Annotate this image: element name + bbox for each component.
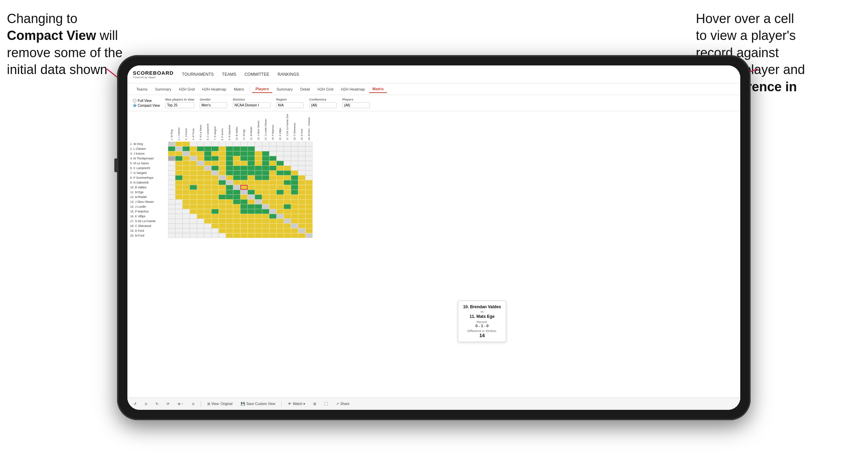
cell-8-4[interactable] [190, 175, 197, 180]
cell-12-16[interactable] [276, 195, 284, 199]
cell-18-6[interactable] [204, 224, 211, 228]
cell-7-16[interactable] [276, 170, 284, 175]
cell-8-2[interactable] [175, 175, 182, 180]
cell-3-8[interactable] [219, 151, 226, 156]
cell-9-9[interactable] [226, 180, 233, 185]
cell-4-12[interactable] [248, 156, 255, 161]
cell-19-8[interactable] [219, 228, 226, 233]
cell-18-7[interactable] [211, 224, 219, 228]
cell-2-14[interactable] [262, 146, 269, 151]
max-players-select[interactable]: Top 25 [165, 102, 194, 108]
cell-4-15[interactable] [269, 156, 276, 161]
cell-19-2[interactable] [175, 228, 182, 233]
cell-9-20[interactable] [305, 180, 313, 185]
cell-8-12[interactable] [248, 175, 255, 180]
cell-19-3[interactable] [182, 228, 190, 233]
cell-13-14[interactable] [262, 199, 269, 204]
cell-12-18[interactable] [291, 195, 298, 199]
cell-17-2[interactable] [175, 219, 182, 224]
cell-15-19[interactable] [298, 209, 305, 214]
cell-6-13[interactable] [255, 166, 262, 170]
cell-9-1[interactable] [168, 180, 175, 185]
cell-18-20[interactable] [305, 224, 313, 228]
cell-14-14[interactable] [262, 204, 269, 209]
cell-12-1[interactable] [168, 195, 175, 199]
cell-11-15[interactable] [269, 190, 276, 195]
cell-3-2[interactable] [175, 151, 182, 156]
cell-10-8[interactable] [219, 185, 226, 190]
cell-9-3[interactable] [182, 180, 190, 185]
cell-3-13[interactable] [255, 151, 262, 156]
cell-19-12[interactable] [248, 228, 255, 233]
cell-14-12[interactable] [248, 204, 255, 209]
cell-13-20[interactable] [305, 199, 313, 204]
cell-11-17[interactable] [284, 190, 291, 195]
cell-6-10[interactable] [233, 166, 240, 170]
cell-5-2[interactable] [175, 161, 182, 166]
cell-15-14[interactable] [262, 209, 269, 214]
cell-16-12[interactable] [248, 214, 255, 219]
cell-16-15[interactable] [269, 214, 276, 219]
cell-13-7[interactable] [211, 199, 219, 204]
cell-17-16[interactable] [276, 219, 284, 224]
cell-13-3[interactable] [182, 199, 190, 204]
cell-13-13[interactable] [255, 199, 262, 204]
cell-14-18[interactable] [291, 204, 298, 209]
cell-11-20[interactable] [305, 190, 313, 195]
cell-13-5[interactable] [197, 199, 204, 204]
cell-13-18[interactable] [291, 199, 298, 204]
cell-6-12[interactable] [248, 166, 255, 170]
cell-8-20[interactable] [305, 175, 313, 180]
cell-19-9[interactable] [226, 228, 233, 233]
cell-6-18[interactable] [291, 166, 298, 170]
cell-4-3[interactable] [182, 156, 190, 161]
cell-20-8[interactable] [219, 233, 226, 238]
cell-2-8[interactable] [219, 146, 226, 151]
cell-13-17[interactable] [284, 199, 291, 204]
cell-14-1[interactable] [168, 204, 175, 209]
cell-9-8[interactable] [219, 180, 226, 185]
cell-18-9[interactable] [226, 224, 233, 228]
cell-7-11[interactable] [240, 170, 248, 175]
cell-1-14[interactable] [262, 142, 269, 146]
cell-18-19[interactable] [298, 224, 305, 228]
full-view-option[interactable]: Full View [133, 99, 160, 103]
cell-13-9[interactable] [226, 199, 233, 204]
cell-5-5[interactable] [197, 161, 204, 166]
cell-2-15[interactable] [269, 146, 276, 151]
cell-18-1[interactable] [168, 224, 175, 228]
cell-7-9[interactable] [226, 170, 233, 175]
cell-1-10[interactable] [233, 142, 240, 146]
cell-11-5[interactable] [197, 190, 204, 195]
cell-15-5[interactable] [197, 209, 204, 214]
cell-9-2[interactable] [175, 180, 182, 185]
cell-20-1[interactable] [168, 233, 175, 238]
cell-20-10[interactable] [233, 233, 240, 238]
tab-detail[interactable]: Detail [297, 86, 313, 93]
cell-13-1[interactable] [168, 199, 175, 204]
cell-7-2[interactable] [175, 170, 182, 175]
cell-8-19[interactable] [298, 175, 305, 180]
cell-6-20[interactable] [305, 166, 313, 170]
cell-20-11[interactable] [240, 233, 248, 238]
tab-h2h-grid-right[interactable]: H2H Grid [314, 86, 337, 93]
watch-button[interactable]: 👁 Watch ▾ [286, 401, 307, 407]
cell-12-15[interactable] [269, 195, 276, 199]
cell-5-12[interactable] [248, 161, 255, 166]
cell-4-8[interactable] [219, 156, 226, 161]
cell-1-19[interactable] [298, 142, 305, 146]
cell-20-14[interactable] [262, 233, 269, 238]
cell-18-11[interactable] [240, 224, 248, 228]
cell-17-18[interactable] [291, 219, 298, 224]
cell-15-13[interactable] [255, 209, 262, 214]
cell-9-7[interactable] [211, 180, 219, 185]
save-custom-button[interactable]: 💾 Save Custom View [239, 401, 277, 407]
cell-9-17[interactable] [284, 180, 291, 185]
cell-16-19[interactable] [298, 214, 305, 219]
cell-19-19[interactable] [298, 228, 305, 233]
cell-17-13[interactable] [255, 219, 262, 224]
cell-5-4[interactable] [190, 161, 197, 166]
cell-9-4[interactable] [190, 180, 197, 185]
cell-17-20[interactable] [305, 219, 313, 224]
cell-17-11[interactable] [240, 219, 248, 224]
